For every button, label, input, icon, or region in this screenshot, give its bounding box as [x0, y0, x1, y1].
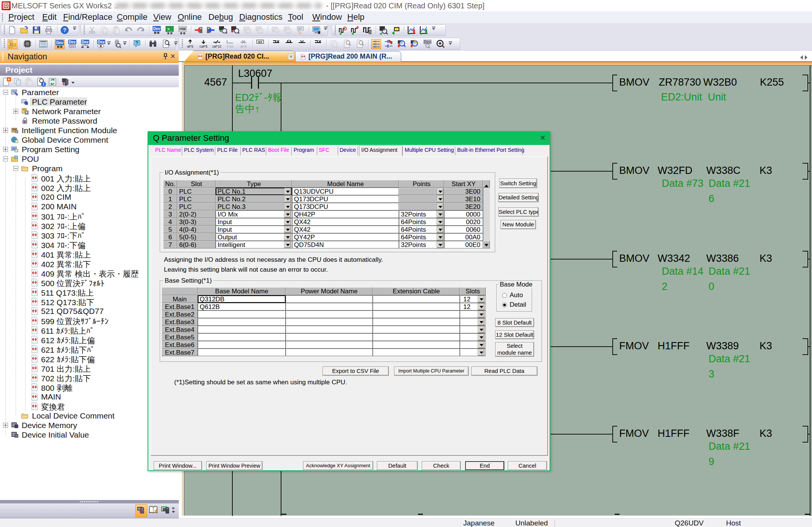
svg-text:aF9: aF9: [240, 44, 246, 48]
svg-text:F10: F10: [227, 44, 233, 48]
svg-text:ST: ST: [258, 40, 262, 44]
svg-text:>_: >_: [167, 27, 172, 31]
svg-text:Dev: Dev: [69, 40, 76, 44]
svg-text:Dev: Dev: [153, 27, 160, 31]
svg-text:?: ?: [135, 40, 138, 46]
svg-text:Dev: Dev: [82, 40, 89, 44]
svg-text:HW: HW: [180, 27, 186, 31]
svg-text:Dev: Dev: [98, 40, 105, 44]
svg-text:caF5: caF5: [199, 44, 207, 48]
svg-text:aF5: aF5: [187, 44, 193, 48]
svg-text:?: ?: [63, 27, 67, 33]
svg-text:Dev: Dev: [56, 41, 64, 45]
svg-text:caF10: caF10: [212, 44, 221, 48]
svg-text:Dev: Dev: [424, 40, 431, 44]
